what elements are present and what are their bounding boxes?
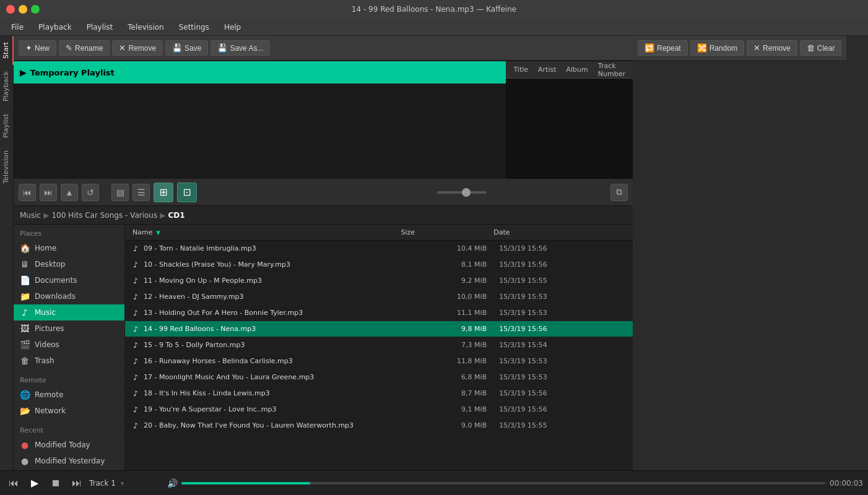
remove-track-icon: ✕ [753,43,760,53]
preview-button[interactable]: ⧉ [610,184,628,201]
nav-forward-button[interactable]: ⏭ [40,184,57,201]
menu-help[interactable]: Help [218,21,247,33]
menu-television[interactable]: Television [121,21,170,33]
music-icon: ♪ [20,308,30,317]
clear-button[interactable]: 🗑 Clear [800,40,842,56]
sidebar-item-network[interactable]: 📂 Network [14,403,124,419]
file-icon: ♪ [130,308,141,319]
playlist-header[interactable]: ▶ Temporary Playlist [14,61,506,84]
menu-file[interactable]: File [5,21,30,33]
file-list-body: ♪ 09 - Torn - Natalie Imbruglia.mp3 10,4… [125,241,633,470]
file-browser: ⏮ ⏭ ▲ ↺ ▤ ☰ ⊞ ⊡ ⧉ Music ▶ [14,179,633,470]
view-icon-button[interactable]: ⊡ [177,183,197,202]
sidebar-item-home[interactable]: 🏠 Home [14,240,124,256]
sidebar-item-downloads[interactable]: 📁 Downloads [14,288,124,304]
file-row[interactable]: ♪ 09 - Torn - Natalie Imbruglia.mp3 10,4… [125,241,633,257]
file-date: 15/3/19 15:55 [499,277,628,285]
file-row[interactable]: ♪ 13 - Holding Out For A Hero - Bonnie T… [125,305,633,321]
file-date: 15/3/19 15:56 [499,244,628,252]
zoom-slider[interactable] [437,191,487,194]
bread-sep-2: ▶ [160,211,165,220]
col-name-header[interactable]: Name ▼ [130,228,398,236]
time-display: 00:00:03 [829,479,863,488]
file-date: 15/3/19 15:55 [499,421,628,429]
play-button[interactable]: ▶ [26,475,43,492]
playlist-toolbar: ✦ New ✎ Rename ✕ Remove 💾 Save [14,36,633,61]
file-size: 9,8 MiB [401,325,500,333]
sidebar-item-documents[interactable]: 📄 Documents [14,272,124,288]
file-row[interactable]: ♪ 18 - It's In His Kiss - Linda Lewis.mp… [125,385,633,402]
remove-playlist-icon: ✕ [119,43,126,53]
remote-section-label: Remote [14,371,124,387]
close-button[interactable] [6,5,15,14]
file-row[interactable]: ♪ 14 - 99 Red Balloons - Nena.mp3 9,8 Mi… [125,321,633,337]
sidebar-item-music[interactable]: ♪ Music [14,304,124,321]
menu-settings[interactable]: Settings [173,21,215,33]
file-name: 13 - Holding Out For A Hero - Bonnie Tyl… [144,309,401,317]
vtab-playback[interactable]: Playback [0,65,14,108]
bread-music[interactable]: Music [20,211,41,220]
videos-icon: 🎬 [20,340,30,350]
browser-toolbar: ⏮ ⏭ ▲ ↺ ▤ ☰ ⊞ ⊡ ⧉ [14,179,633,206]
file-row[interactable]: ♪ 17 - Moonlight Music And You - Laura G… [125,369,633,385]
sidebar-item-modified-yesterday[interactable]: ● Modified Yesterday [14,453,124,469]
rename-button[interactable]: ✎ Rename [59,40,110,56]
vtab-start[interactable]: Start [0,36,14,65]
maximize-button[interactable] [31,5,40,14]
nav-up-button[interactable]: ▲ [61,184,78,201]
pictures-icon: 🖼 [20,324,30,334]
vtab-television[interactable]: Television [0,144,14,190]
minimize-button[interactable] [19,5,27,14]
file-row[interactable]: ♪ 12 - Heaven - DJ Sammy.mp3 10,0 MiB 15… [125,289,633,305]
file-size: 11,8 MiB [401,357,500,365]
bread-album[interactable]: 100 Hits Car Songs - Various [51,211,157,220]
file-icon: ♪ [130,275,141,286]
view-detail-button[interactable]: ☰ [132,184,150,201]
bread-current[interactable]: CD1 [168,211,184,220]
track-name-display: Track 1 ▾ [89,479,163,488]
remove-track-button[interactable]: ✕ Remove [747,40,797,56]
progress-bar[interactable] [181,482,825,484]
file-size: 10,0 MiB [401,293,500,301]
sidebar-item-modified-today[interactable]: ● Modified Today [14,437,124,453]
nav-reload-button[interactable]: ↺ [82,184,99,201]
file-row[interactable]: ♪ 20 - Baby, Now That I've Found You - L… [125,418,633,434]
repeat-button[interactable]: 🔁 Repeat [638,40,688,56]
sidebar-item-trash[interactable]: 🗑 Trash [14,353,124,369]
file-name: 15 - 9 To 5 - Dolly Parton.mp3 [144,341,401,349]
file-date: 15/3/19 15:56 [499,260,628,269]
prev-button[interactable]: ⏮ [5,475,22,492]
file-name: 16 - Runaway Horses - Belinda Carlisle.m… [144,357,401,365]
random-button[interactable]: 🔀 Random [690,40,744,56]
col-size-header[interactable]: Size [398,228,491,236]
save-as-button[interactable]: 💾 Save As... [210,40,270,56]
clear-icon: 🗑 [807,43,815,53]
file-name: 12 - Heaven - DJ Sammy.mp3 [144,293,401,301]
file-row[interactable]: ♪ 11 - Moving On Up - M People.mp3 9,2 M… [125,273,633,289]
new-button[interactable]: ✦ New [19,40,56,56]
file-name: 11 - Moving On Up - M People.mp3 [144,277,401,285]
sidebar-item-remote[interactable]: 🌐 Remote [14,387,124,403]
view-list-button[interactable]: ▤ [111,184,129,201]
file-row[interactable]: ♪ 15 - 9 To 5 - Dolly Parton.mp3 7,3 MiB… [125,337,633,353]
nav-first-button[interactable]: ⏮ [19,184,36,201]
sidebar-item-desktop[interactable]: 🖥 Desktop [14,256,124,272]
top-combined: ✦ New ✎ Rename ✕ Remove 💾 Save [14,36,633,61]
file-row[interactable]: ♪ 19 - You're A Superstar - Love Inc..mp… [125,402,633,418]
next-button[interactable]: ⏭ [68,475,85,492]
sidebar-item-pictures[interactable]: 🖼 Pictures [14,321,124,337]
menu-playback[interactable]: Playback [32,21,78,33]
remove-playlist-button[interactable]: ✕ Remove [112,40,163,56]
file-date: 15/3/19 15:56 [499,325,628,333]
file-row[interactable]: ♪ 16 - Runaway Horses - Belinda Carlisle… [125,353,633,369]
vtab-playlist[interactable]: Playlist [0,108,14,144]
sidebar-item-videos[interactable]: 🎬 Videos [14,337,124,353]
col-date-header[interactable]: Date [491,228,628,236]
save-button[interactable]: 💾 Save [165,40,208,56]
file-row[interactable]: ♪ 10 - Shackles (Praise You) - Mary Mary… [125,257,633,273]
file-date: 15/3/19 15:53 [499,373,628,381]
menu-playlist[interactable]: Playlist [80,21,119,33]
volume-icon[interactable]: 🔊 [167,478,178,488]
view-grid-button[interactable]: ⊞ [154,183,173,202]
stop-button[interactable]: ⏹ [47,475,64,492]
